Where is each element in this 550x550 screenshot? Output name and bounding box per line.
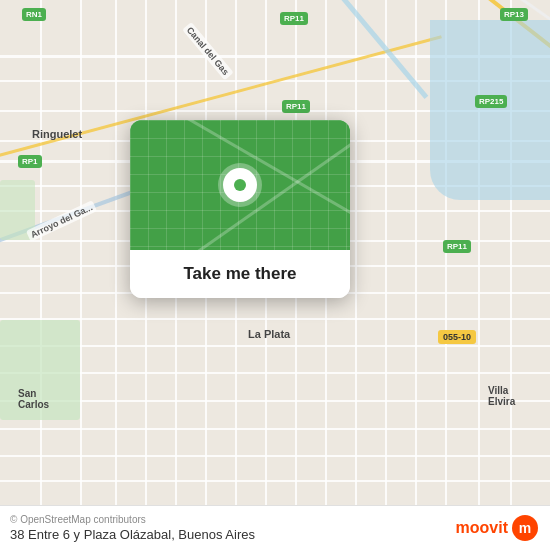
bottom-left: © OpenStreetMap contributors 38 Entre 6 … [10,514,255,542]
location-text: 38 Entre 6 y Plaza Olázabal, Buenos Aire… [10,527,255,542]
badge-055-10b: 055-10 [438,330,476,344]
badge-rn1: RN1 [22,8,46,21]
badge-rp11-right: RP11 [443,240,471,253]
pin-dot [234,179,246,191]
badge-rp11-top: RP11 [280,12,308,25]
location-pin [218,163,262,207]
take-me-there-card[interactable]: Take me there [130,120,350,298]
label-san-carlos: SanCarlos [18,388,49,410]
moovit-icon: m [512,515,538,541]
badge-rp215: RP215 [475,95,507,108]
bottom-bar: © OpenStreetMap contributors 38 Entre 6 … [0,505,550,550]
label-ringuelet: Ringuelet [32,128,82,140]
moovit-text: moovit [456,519,508,537]
badge-rp1: RP1 [18,155,42,168]
badge-rp11-mid: RP11 [282,100,310,113]
label-villa-elvira: VillaElvira [488,385,515,407]
pin-inner-ring [223,168,257,202]
moovit-logo: moovit m [456,515,538,541]
map-container: Arroyo del Ga... Canal del Gas RN1 RP11 … [0,0,550,550]
pin-outer-ring [218,163,262,207]
badge-rp13: RP13 [500,8,528,21]
card-map-area [130,120,350,250]
label-la-plata: La Plata [248,328,290,340]
copyright-text: © OpenStreetMap contributors [10,514,255,525]
